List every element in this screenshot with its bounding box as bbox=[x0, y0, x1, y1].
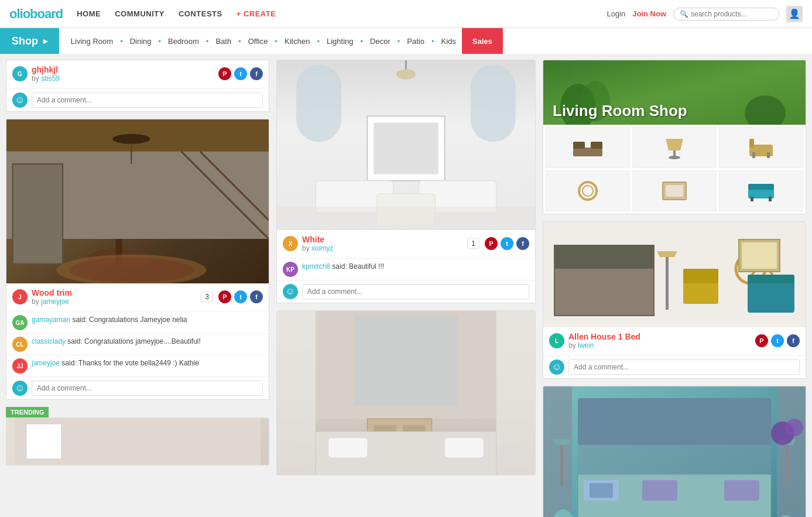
top-navigation: olioboard HOME COMMUNITY CONTESTS + CREA… bbox=[0, 0, 812, 28]
search-box: 🔍 bbox=[673, 8, 779, 20]
shop-label[interactable]: Shop ► bbox=[0, 28, 59, 54]
svg-rect-64 bbox=[683, 269, 718, 283]
shop-nav-kids[interactable]: Kids bbox=[436, 28, 462, 54]
shop-nav-dining[interactable]: Dining bbox=[124, 28, 157, 54]
add-comment-row: ☺ bbox=[6, 88, 269, 111]
shop-nav-decor[interactable]: Decor bbox=[364, 28, 396, 54]
facebook-icon[interactable]: f bbox=[787, 334, 800, 347]
svg-rect-27 bbox=[496, 311, 535, 475]
commenter-link[interactable]: jameyjoe bbox=[32, 359, 60, 367]
nav-right: Login Join Now 🔍 👤 bbox=[607, 6, 803, 22]
shop-nav-bedroom[interactable]: Bedroom bbox=[162, 28, 205, 54]
nav-community[interactable]: COMMUNITY bbox=[115, 9, 165, 18]
comment-text-classiclady: classiclady said: Congratulations jameyj… bbox=[32, 337, 201, 347]
search-input[interactable] bbox=[691, 10, 773, 18]
facebook-icon[interactable]: f bbox=[516, 237, 529, 250]
join-now-link[interactable]: Join Now bbox=[632, 9, 666, 18]
product-item-chair[interactable] bbox=[719, 127, 803, 168]
white-count: 1 bbox=[467, 238, 479, 249]
card-title-row-white: X White by xiomyz 1 P t f bbox=[283, 235, 529, 252]
svg-point-6 bbox=[112, 134, 150, 144]
svg-rect-73 bbox=[777, 386, 806, 517]
shop-nav-living-room[interactable]: Living Room bbox=[65, 28, 119, 54]
svg-point-87 bbox=[786, 419, 803, 436]
add-comment-row-wood-trim: ☺ bbox=[6, 376, 269, 399]
facebook-icon[interactable]: f bbox=[250, 290, 263, 303]
commenter-link[interactable]: classiclady bbox=[32, 337, 66, 345]
commenter-link[interactable]: gamayaman bbox=[32, 316, 70, 324]
avatar-classiclady: CL bbox=[12, 337, 28, 352]
dot-separator: • bbox=[275, 37, 277, 46]
card-author: by sbs59 bbox=[32, 74, 60, 83]
twitter-icon[interactable]: t bbox=[771, 334, 784, 347]
comment-text-jameyjoe: jameyjoe said: Thanks for the vote bella… bbox=[32, 358, 199, 368]
twitter-icon[interactable]: t bbox=[234, 67, 247, 80]
svg-point-51 bbox=[583, 186, 593, 196]
product-item-lamp[interactable] bbox=[632, 127, 717, 168]
commenter-avatar: ☺ bbox=[549, 359, 564, 375]
svg-rect-40 bbox=[573, 148, 602, 156]
trending-label: TRENDING bbox=[6, 407, 49, 417]
wood-trim-title[interactable]: Wood trim bbox=[32, 288, 72, 297]
product-item-teal-chair[interactable] bbox=[719, 170, 803, 211]
svg-rect-80 bbox=[724, 480, 759, 501]
commenter-avatar: ☺ bbox=[12, 381, 28, 396]
shop-nav-lighting[interactable]: Lighting bbox=[321, 28, 359, 54]
white-author-link[interactable]: xiomyz bbox=[311, 244, 333, 252]
white-title[interactable]: White bbox=[302, 235, 324, 244]
add-comment-input[interactable] bbox=[32, 93, 263, 108]
product-item-mirror[interactable] bbox=[632, 170, 717, 211]
svg-marker-62 bbox=[657, 251, 677, 257]
svg-rect-63 bbox=[683, 280, 718, 304]
facebook-icon[interactable]: f bbox=[250, 67, 263, 80]
wood-trim-author-link[interactable]: jameyjoe bbox=[41, 297, 69, 306]
shop-nav-sales[interactable]: Sales bbox=[462, 28, 503, 54]
shop-nav-patio[interactable]: Patio bbox=[401, 28, 430, 54]
shop-nav-office[interactable]: Office bbox=[242, 28, 274, 54]
product-item-ring[interactable] bbox=[546, 170, 630, 211]
twitter-icon[interactable]: t bbox=[501, 237, 513, 250]
shop-nav-bath[interactable]: Bath bbox=[210, 28, 237, 54]
trending-card bbox=[6, 417, 269, 465]
nav-contests[interactable]: CONTESTS bbox=[179, 9, 222, 18]
svg-rect-79 bbox=[642, 480, 677, 501]
twitter-icon[interactable]: t bbox=[234, 290, 247, 303]
commenter-link[interactable]: kpmitch8 bbox=[302, 262, 330, 271]
pinterest-icon[interactable]: P bbox=[485, 237, 498, 250]
profile-icon[interactable]: 👤 bbox=[786, 6, 803, 22]
author-link[interactable]: sbs59 bbox=[41, 74, 60, 83]
dot-separator: • bbox=[317, 37, 320, 46]
trending-image bbox=[6, 418, 269, 465]
hero-text-overlay: Living Room Shop bbox=[543, 97, 697, 125]
nav-home[interactable]: HOME bbox=[77, 9, 101, 18]
nav-create[interactable]: + CREATE bbox=[237, 9, 276, 18]
product-item-bed[interactable] bbox=[546, 127, 630, 168]
add-comment-input-wood-trim[interactable] bbox=[32, 381, 263, 396]
comment-kpmitch8: KP kpmitch8 said: Beautiful !!! bbox=[277, 258, 535, 280]
svg-rect-29 bbox=[354, 316, 457, 406]
card-footer-white: X White by xiomyz 1 P t f bbox=[277, 230, 535, 258]
svg-rect-83 bbox=[786, 445, 789, 486]
svg-rect-41 bbox=[573, 142, 585, 149]
pinterest-icon[interactable]: P bbox=[755, 334, 768, 347]
commenter-avatar: ☺ bbox=[12, 93, 28, 108]
svg-rect-34 bbox=[328, 438, 367, 457]
avatar-white: X bbox=[283, 236, 298, 251]
login-link[interactable]: Login bbox=[607, 9, 625, 18]
logo[interactable]: olioboard bbox=[9, 6, 63, 22]
dot-separator: • bbox=[398, 37, 400, 46]
allen-author-link[interactable]: lwein bbox=[578, 341, 594, 350]
svg-rect-69 bbox=[748, 280, 794, 313]
svg-marker-82 bbox=[553, 439, 571, 445]
pinterest-icon[interactable]: P bbox=[218, 290, 231, 303]
trending-section: TRENDING bbox=[6, 407, 269, 465]
add-comment-input-white[interactable] bbox=[302, 284, 529, 299]
right-column: Living Room Shop bbox=[543, 60, 806, 517]
add-comment-row-allen: ☺ bbox=[543, 355, 806, 378]
dot-separator: • bbox=[238, 37, 241, 46]
pinterest-icon[interactable]: P bbox=[218, 67, 231, 80]
card-title-link[interactable]: ghjhkjl bbox=[32, 65, 58, 74]
add-comment-input-allen[interactable] bbox=[568, 359, 800, 375]
allen-title[interactable]: Allen House 1 Bed bbox=[568, 332, 640, 341]
shop-nav-kitchen[interactable]: Kitchen bbox=[279, 28, 316, 54]
